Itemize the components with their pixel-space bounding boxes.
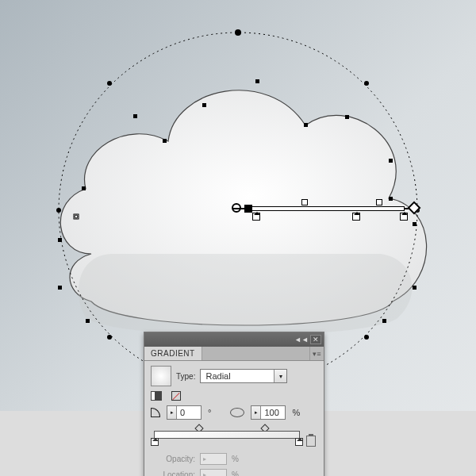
opacity-label: Opacity:: [151, 455, 195, 463]
stepper-icon[interactable]: ▸: [167, 406, 177, 419]
close-icon[interactable]: ✕: [310, 335, 321, 344]
svg-rect-21: [382, 319, 386, 323]
gradient-midpoint-handle[interactable]: [301, 199, 308, 205]
panel-header[interactable]: ◄◄ ✕: [144, 332, 324, 347]
gradient-stop-handle[interactable]: [400, 213, 408, 221]
svg-rect-14: [255, 79, 259, 83]
location-input: ▸: [200, 469, 227, 476]
tab-gradient[interactable]: GRADIENT: [144, 347, 202, 360]
gradient-type-value: Radial: [201, 370, 274, 382]
gradient-slider[interactable]: [152, 426, 316, 445]
gradient-stop-handle[interactable]: [252, 213, 260, 221]
svg-rect-19: [413, 222, 416, 226]
svg-point-4: [107, 81, 112, 86]
gradient-stop-handle[interactable]: [352, 213, 360, 221]
percent-unit: %: [292, 408, 300, 417]
collapse-icon[interactable]: ◄◄: [297, 335, 306, 344]
gradient-ramp[interactable]: [154, 431, 300, 439]
gradient-midpoint-handle[interactable]: [376, 199, 382, 205]
svg-rect-15: [304, 123, 308, 127]
svg-point-0: [235, 29, 241, 36]
svg-rect-22: [86, 319, 90, 323]
gradient-annotator[interactable]: [233, 202, 416, 216]
svg-rect-23: [58, 286, 62, 290]
percent-unit: %: [232, 470, 239, 476]
opacity-input: ▸: [200, 453, 227, 465]
stroke-gradient-icon[interactable]: [171, 391, 181, 401]
gradient-stop[interactable]: [151, 438, 159, 446]
svg-point-2: [56, 208, 61, 213]
aspect-ratio-icon: [230, 408, 244, 417]
svg-rect-12: [133, 114, 137, 118]
svg-rect-17: [389, 159, 393, 163]
svg-rect-18: [389, 197, 393, 201]
svg-point-5: [364, 81, 369, 86]
gradient-panel[interactable]: ◄◄ ✕ GRADIENT ▾≡ Type: Radial ▾ ▸ 0 °: [144, 332, 324, 476]
chevron-down-icon[interactable]: ▾: [274, 370, 286, 382]
percent-unit: %: [232, 455, 239, 463]
aspect-input[interactable]: ▸ 100: [251, 405, 286, 420]
gradient-stop[interactable]: [295, 438, 303, 446]
svg-rect-16: [345, 115, 349, 119]
location-label: Location:: [151, 470, 195, 476]
gradient-type-select[interactable]: Radial ▾: [200, 369, 287, 383]
angle-input[interactable]: ▸ 0: [167, 405, 202, 420]
type-label: Type:: [176, 372, 195, 381]
svg-rect-24: [58, 238, 62, 242]
svg-rect-8: [82, 186, 86, 190]
degree-unit: °: [208, 408, 211, 417]
delete-stop-icon[interactable]: [306, 436, 316, 447]
svg-rect-20: [413, 286, 416, 290]
reverse-gradient-icon[interactable]: [151, 391, 163, 401]
svg-rect-13: [202, 103, 206, 107]
gradient-swatch[interactable]: [151, 366, 171, 386]
angle-icon: [151, 408, 160, 417]
stepper-icon[interactable]: ▸: [251, 406, 261, 419]
svg-rect-11: [163, 139, 167, 143]
svg-point-6: [107, 335, 112, 340]
svg-point-7: [364, 335, 369, 340]
gradient-origin-handle[interactable]: [232, 203, 241, 213]
panel-menu-icon[interactable]: ▾≡: [309, 347, 324, 360]
